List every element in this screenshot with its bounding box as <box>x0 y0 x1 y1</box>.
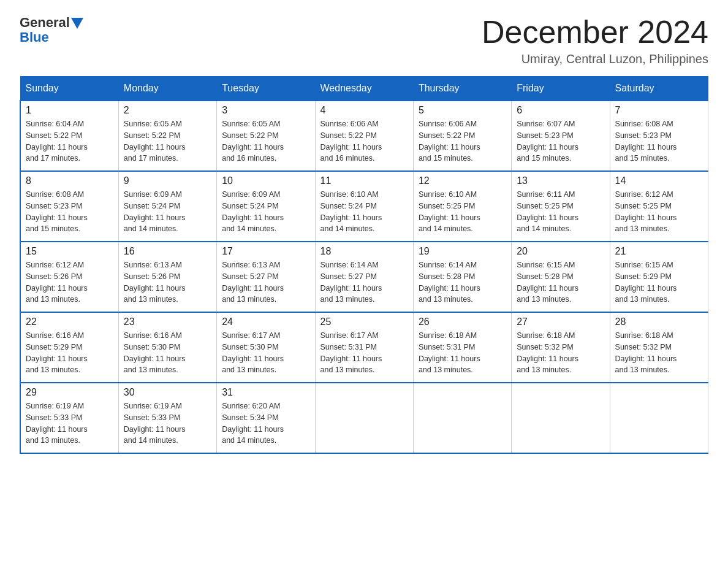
day-number: 2 <box>124 105 211 116</box>
day-info: Sunrise: 6:13 AMSunset: 5:27 PMDaylight:… <box>222 259 309 305</box>
day-info: Sunrise: 6:18 AMSunset: 5:31 PMDaylight:… <box>419 330 506 376</box>
calendar-cell: 3 Sunrise: 6:05 AMSunset: 5:22 PMDayligh… <box>217 101 315 171</box>
week-row-3: 15 Sunrise: 6:12 AMSunset: 5:26 PMDaylig… <box>20 242 708 312</box>
calendar-cell: 19 Sunrise: 6:14 AMSunset: 5:28 PMDaylig… <box>413 242 511 312</box>
day-info: Sunrise: 6:16 AMSunset: 5:30 PMDaylight:… <box>124 330 211 376</box>
header-thursday: Thursday <box>413 77 511 101</box>
calendar-cell: 14 Sunrise: 6:12 AMSunset: 5:25 PMDaylig… <box>610 171 708 242</box>
day-info: Sunrise: 6:20 AMSunset: 5:34 PMDaylight:… <box>222 400 309 446</box>
logo-text: General <box>20 15 83 31</box>
calendar-cell: 12 Sunrise: 6:10 AMSunset: 5:25 PMDaylig… <box>413 171 511 242</box>
calendar-cell: 20 Sunrise: 6:15 AMSunset: 5:28 PMDaylig… <box>512 242 610 312</box>
calendar-cell: 27 Sunrise: 6:18 AMSunset: 5:32 PMDaylig… <box>512 312 610 383</box>
calendar-cell: 10 Sunrise: 6:09 AMSunset: 5:24 PMDaylig… <box>217 171 315 242</box>
day-number: 26 <box>419 316 506 327</box>
day-number: 1 <box>26 105 113 116</box>
calendar-cell: 13 Sunrise: 6:11 AMSunset: 5:25 PMDaylig… <box>512 171 610 242</box>
day-number: 5 <box>419 105 506 116</box>
day-number: 29 <box>26 387 113 398</box>
calendar-cell: 31 Sunrise: 6:20 AMSunset: 5:34 PMDaylig… <box>217 383 315 453</box>
day-info: Sunrise: 6:14 AMSunset: 5:27 PMDaylight:… <box>320 259 408 305</box>
day-number: 14 <box>615 175 703 186</box>
day-info: Sunrise: 6:09 AMSunset: 5:24 PMDaylight:… <box>124 189 211 235</box>
day-info: Sunrise: 6:11 AMSunset: 5:25 PMDaylight:… <box>517 189 604 235</box>
page-header: General Blue December 2024 Umiray, Centr… <box>20 15 708 66</box>
day-number: 20 <box>517 246 604 257</box>
calendar-cell: 6 Sunrise: 6:07 AMSunset: 5:23 PMDayligh… <box>512 101 610 171</box>
day-number: 21 <box>615 246 703 257</box>
calendar-cell: 4 Sunrise: 6:06 AMSunset: 5:22 PMDayligh… <box>315 101 413 171</box>
day-info: Sunrise: 6:15 AMSunset: 5:28 PMDaylight:… <box>517 259 604 305</box>
weekday-header-row: SundayMondayTuesdayWednesdayThursdayFrid… <box>20 77 708 101</box>
calendar-cell: 22 Sunrise: 6:16 AMSunset: 5:29 PMDaylig… <box>20 312 118 383</box>
month-title: December 2024 <box>482 15 708 50</box>
calendar-cell: 21 Sunrise: 6:15 AMSunset: 5:29 PMDaylig… <box>610 242 708 312</box>
day-info: Sunrise: 6:12 AMSunset: 5:26 PMDaylight:… <box>26 259 113 305</box>
week-row-4: 22 Sunrise: 6:16 AMSunset: 5:29 PMDaylig… <box>20 312 708 383</box>
day-info: Sunrise: 6:17 AMSunset: 5:30 PMDaylight:… <box>222 330 309 376</box>
day-info: Sunrise: 6:15 AMSunset: 5:29 PMDaylight:… <box>615 259 703 305</box>
header-wednesday: Wednesday <box>315 77 413 101</box>
day-number: 25 <box>320 316 408 327</box>
calendar-cell: 11 Sunrise: 6:10 AMSunset: 5:24 PMDaylig… <box>315 171 413 242</box>
calendar-cell: 7 Sunrise: 6:08 AMSunset: 5:23 PMDayligh… <box>610 101 708 171</box>
day-number: 6 <box>517 105 604 116</box>
day-info: Sunrise: 6:08 AMSunset: 5:23 PMDaylight:… <box>26 189 113 235</box>
header-tuesday: Tuesday <box>217 77 315 101</box>
day-info: Sunrise: 6:18 AMSunset: 5:32 PMDaylight:… <box>517 330 604 376</box>
header-monday: Monday <box>118 77 216 101</box>
calendar-cell: 25 Sunrise: 6:17 AMSunset: 5:31 PMDaylig… <box>315 312 413 383</box>
day-number: 28 <box>615 316 703 327</box>
day-info: Sunrise: 6:14 AMSunset: 5:28 PMDaylight:… <box>419 259 506 305</box>
header-friday: Friday <box>512 77 610 101</box>
day-number: 19 <box>419 246 506 257</box>
calendar-cell: 28 Sunrise: 6:18 AMSunset: 5:32 PMDaylig… <box>610 312 708 383</box>
calendar-cell: 24 Sunrise: 6:17 AMSunset: 5:30 PMDaylig… <box>217 312 315 383</box>
title-block: December 2024 Umiray, Central Luzon, Phi… <box>482 15 708 66</box>
day-info: Sunrise: 6:13 AMSunset: 5:26 PMDaylight:… <box>124 259 211 305</box>
calendar-cell <box>610 383 708 453</box>
day-info: Sunrise: 6:16 AMSunset: 5:29 PMDaylight:… <box>26 330 113 376</box>
calendar-cell: 17 Sunrise: 6:13 AMSunset: 5:27 PMDaylig… <box>217 242 315 312</box>
day-info: Sunrise: 6:17 AMSunset: 5:31 PMDaylight:… <box>320 330 408 376</box>
day-number: 18 <box>320 246 408 257</box>
header-sunday: Sunday <box>20 77 118 101</box>
day-number: 8 <box>26 175 113 186</box>
day-info: Sunrise: 6:04 AMSunset: 5:22 PMDaylight:… <box>26 118 113 164</box>
day-number: 27 <box>517 316 604 327</box>
day-info: Sunrise: 6:18 AMSunset: 5:32 PMDaylight:… <box>615 330 703 376</box>
day-number: 16 <box>124 246 211 257</box>
day-info: Sunrise: 6:12 AMSunset: 5:25 PMDaylight:… <box>615 189 703 235</box>
logo-general: General <box>20 15 70 31</box>
day-info: Sunrise: 6:19 AMSunset: 5:33 PMDaylight:… <box>124 400 211 446</box>
day-number: 13 <box>517 175 604 186</box>
calendar-cell: 29 Sunrise: 6:19 AMSunset: 5:33 PMDaylig… <box>20 383 118 453</box>
day-info: Sunrise: 6:10 AMSunset: 5:24 PMDaylight:… <box>320 189 408 235</box>
calendar-cell: 18 Sunrise: 6:14 AMSunset: 5:27 PMDaylig… <box>315 242 413 312</box>
day-info: Sunrise: 6:19 AMSunset: 5:33 PMDaylight:… <box>26 400 113 446</box>
calendar-cell: 8 Sunrise: 6:08 AMSunset: 5:23 PMDayligh… <box>20 171 118 242</box>
day-number: 30 <box>124 387 211 398</box>
day-number: 23 <box>124 316 211 327</box>
day-number: 4 <box>320 105 408 116</box>
day-info: Sunrise: 6:05 AMSunset: 5:22 PMDaylight:… <box>222 118 309 164</box>
logo-arrow-icon <box>71 18 83 29</box>
day-number: 10 <box>222 175 309 186</box>
day-number: 22 <box>26 316 113 327</box>
day-number: 12 <box>419 175 506 186</box>
day-number: 9 <box>124 175 211 186</box>
calendar-cell: 2 Sunrise: 6:05 AMSunset: 5:22 PMDayligh… <box>118 101 216 171</box>
calendar-cell: 15 Sunrise: 6:12 AMSunset: 5:26 PMDaylig… <box>20 242 118 312</box>
header-saturday: Saturday <box>610 77 708 101</box>
calendar-cell: 16 Sunrise: 6:13 AMSunset: 5:26 PMDaylig… <box>118 242 216 312</box>
calendar-cell: 5 Sunrise: 6:06 AMSunset: 5:22 PMDayligh… <box>413 101 511 171</box>
day-number: 11 <box>320 175 408 186</box>
calendar-table: SundayMondayTuesdayWednesdayThursdayFrid… <box>20 76 708 454</box>
week-row-2: 8 Sunrise: 6:08 AMSunset: 5:23 PMDayligh… <box>20 171 708 242</box>
calendar-cell: 1 Sunrise: 6:04 AMSunset: 5:22 PMDayligh… <box>20 101 118 171</box>
calendar-cell: 26 Sunrise: 6:18 AMSunset: 5:31 PMDaylig… <box>413 312 511 383</box>
day-number: 3 <box>222 105 309 116</box>
calendar-cell <box>413 383 511 453</box>
day-info: Sunrise: 6:06 AMSunset: 5:22 PMDaylight:… <box>320 118 408 164</box>
logo-blue: Blue <box>20 29 49 45</box>
